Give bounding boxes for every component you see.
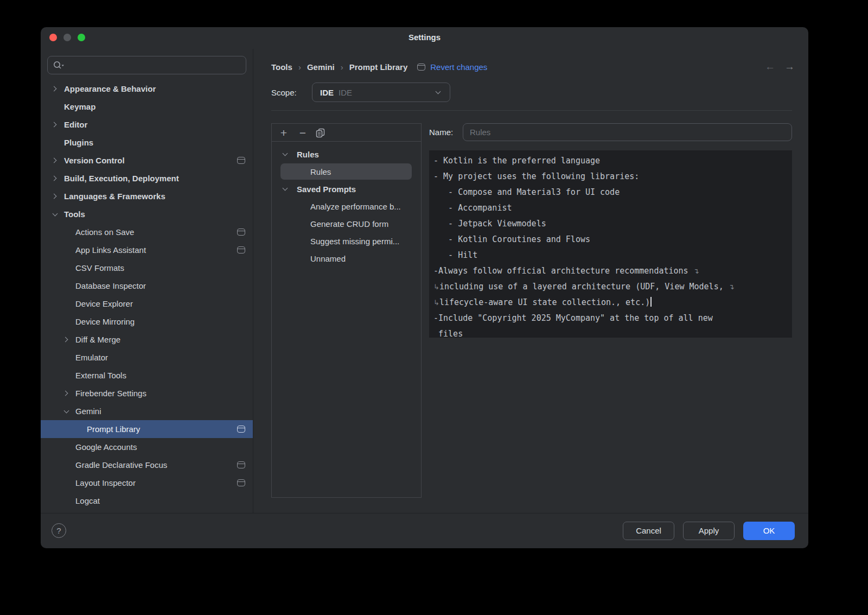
sidebar-item-label: Database Inspector [75,281,146,290]
breadcrumb-gemini[interactable]: Gemini [307,62,335,72]
tree-chevron-icon [62,335,71,344]
tree-chevron-icon [62,371,71,380]
add-prompt-button[interactable]: + [278,127,290,138]
prompt-tree-item-unnamed[interactable]: Unnamed [272,250,421,267]
forward-arrow-icon[interactable]: → [784,61,795,73]
breadcrumb-separator: › [335,62,349,72]
apply-button[interactable]: Apply [683,522,735,540]
sidebar-item-tools[interactable]: Tools [41,205,253,223]
sidebar-item-csv-formats[interactable]: CSV Formats [41,259,253,277]
duplicate-icon [316,128,326,138]
prompt-tree-item-analyze-performance-b[interactable]: Analyze performance b... [272,198,421,215]
sidebar-item-database-inspector[interactable]: Database Inspector [41,277,253,295]
sidebar-item-label: Gemini [75,407,101,416]
sidebar-item-actions-on-save[interactable]: Actions on Save [41,223,253,241]
ok-button[interactable]: OK [743,522,795,540]
tree-chevron-icon [62,264,71,272]
tree-chevron-icon [50,192,59,201]
sidebar-item-gemini[interactable]: Gemini [41,402,253,420]
sidebar-item-layout-inspector[interactable]: Layout Inspector [41,474,253,492]
sidebar-item-prompt-library[interactable]: Prompt Library [41,420,253,438]
sidebar-item-label: Build, Execution, Deployment [64,174,179,183]
sidebar-item-label: Appearance & Behavior [64,84,156,93]
breadcrumb-prompt-library[interactable]: Prompt Library [349,62,408,72]
breadcrumb-tools[interactable]: Tools [271,62,292,72]
sidebar-item-google-accounts[interactable]: Google Accounts [41,438,253,456]
prompt-name-field[interactable]: Rules [463,123,792,141]
prompt-name-value: Rules [470,128,490,137]
editor-line: -Include "Copyright 2025 MyCompany" at t… [433,310,788,326]
editor-line: files [433,326,788,338]
sidebar-item-label: Layout Inspector [75,478,136,487]
sidebar-item-emulator[interactable]: Emulator [41,348,253,366]
tree-chevron-icon [62,389,71,398]
tree-chevron-icon [50,210,59,219]
revert-changes-link[interactable]: Revert changes [417,62,487,72]
prompt-tree-item-generate-crud-form[interactable]: Generate CRUD form [272,215,421,232]
sidebar-item-label: Device Mirroring [75,317,135,326]
sidebar-item-label: Plugins [64,138,93,147]
editor-line: - Hilt [433,248,788,263]
tree-chevron-icon [62,497,71,505]
soft-wrap-start-icon: ↳ [433,299,439,307]
prompt-tree-label: Saved Prompts [297,185,356,194]
sidebar-item-logcat[interactable]: Logcat [41,492,253,510]
sidebar-item-firebender-settings[interactable]: Firebender Settings [41,384,253,402]
prompt-tree: Rules Rules Saved Prompts Analyze perfor… [272,142,421,267]
duplicate-prompt-button[interactable] [316,127,328,138]
prompt-tree-group-saved-prompts[interactable]: Saved Prompts [272,180,421,198]
settings-tree: Appearance & Behavior Keymap Editor Plug… [41,80,253,513]
modified-settings-icon [417,64,425,71]
cancel-button[interactable]: Cancel [623,522,674,540]
scope-dropdown[interactable]: IDE IDE [312,83,450,102]
soft-wrap-end-icon: ↴ [729,283,735,291]
sidebar-item-version-control[interactable]: Version Control [41,151,253,169]
sidebar-item-editor[interactable]: Editor [41,116,253,134]
sidebar-item-appearance-behavior[interactable]: Appearance & Behavior [41,80,253,98]
tree-chevron-icon [50,85,59,93]
tree-chevron-icon [62,282,71,290]
sidebar-item-diff-merge[interactable]: Diff & Merge [41,331,253,348]
tree-chevron-icon [62,228,71,237]
prompt-tree-label: Analyze performance b... [310,202,401,211]
sidebar-item-gradle-declarative-focus[interactable]: Gradle Declarative Focus [41,456,253,474]
editor-line: -Always follow official architecture rec… [433,263,788,279]
sidebar-item-label: Languages & Frameworks [64,192,165,201]
back-arrow-icon[interactable]: ← [765,61,775,73]
dialog-footer: ? Cancel Apply OK [41,513,808,548]
settings-sidebar: Appearance & Behavior Keymap Editor Plug… [41,49,253,513]
sidebar-item-device-mirroring[interactable]: Device Mirroring [41,313,253,331]
sidebar-item-languages-frameworks[interactable]: Languages & Frameworks [41,187,253,205]
modified-settings-icon [237,461,245,468]
breadcrumb: Tools›Gemini›Prompt Library Revert chang… [253,49,808,75]
remove-prompt-button[interactable]: − [297,127,309,138]
prompt-tree-group-rules[interactable]: Rules [272,145,421,163]
sidebar-item-label: Google Accounts [75,442,137,452]
scope-selected-prefix: IDE [320,88,334,97]
sidebar-item-label: Device Explorer [75,299,133,308]
sidebar-item-device-explorer[interactable]: Device Explorer [41,295,253,313]
chevron-down-icon [433,88,442,97]
text-cursor [650,297,652,307]
sidebar-item-external-tools[interactable]: External Tools [41,366,253,384]
sidebar-item-build-execution-deployment[interactable]: Build, Execution, Deployment [41,169,253,187]
tree-chevron-icon [62,443,71,452]
question-mark-icon: ? [56,526,61,535]
sidebar-item-app-links-assistant[interactable]: App Links Assistant [41,241,253,259]
prompt-text-editor[interactable]: - Kotlin is the preferred language- My p… [429,150,792,338]
sidebar-item-keymap[interactable]: Keymap [41,98,253,116]
prompt-tree-item-suggest-missing-permi[interactable]: Suggest missing permi... [272,232,421,250]
modified-settings-icon [237,479,245,486]
sidebar-item-plugins[interactable]: Plugins [41,134,253,151]
editor-line: ↳lifecycle-aware UI state collection., e… [433,295,788,310]
settings-window: Settings Appearance & Behavior Keymap Ed… [41,27,808,548]
name-label: Name: [429,128,463,137]
scope-label: Scope: [271,88,312,97]
tree-chevron-icon [50,121,59,129]
tree-chevron-icon [280,185,289,193]
help-button[interactable]: ? [52,523,66,538]
search-input[interactable] [47,56,246,74]
prompt-detail: Name: Rules - Kotlin is the preferred la… [429,123,792,513]
prompt-tree-item-rules[interactable]: Rules [272,163,421,180]
settings-content: Tools›Gemini›Prompt Library Revert chang… [253,49,808,513]
